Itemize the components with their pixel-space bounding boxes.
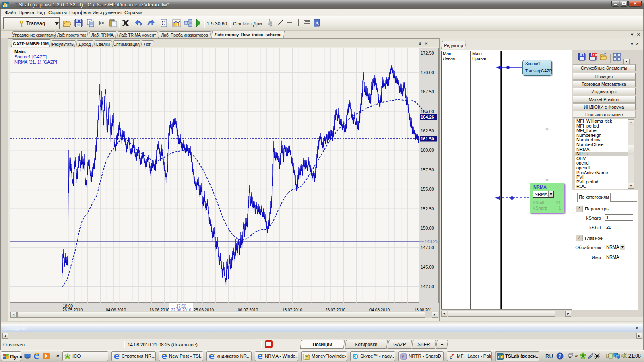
- svg-text:152.50: 152.50: [421, 206, 434, 211]
- svg-text:155.00: 155.00: [421, 187, 434, 191]
- svg-text:Левая: Левая: [443, 56, 455, 61]
- svg-text:142.50: 142.50: [421, 284, 434, 289]
- svg-text:A: A: [315, 20, 319, 26]
- svg-text:145.00: 145.00: [421, 265, 434, 269]
- svg-text:?: ?: [559, 354, 561, 359]
- svg-text:164.26: 164.26: [421, 115, 434, 119]
- svg-text:160.00: 160.00: [421, 148, 434, 152]
- svg-text:Main:: Main:: [443, 51, 454, 56]
- svg-text:161.50: 161.50: [421, 136, 434, 141]
- svg-text:S: S: [354, 354, 357, 359]
- svg-text:150.00: 150.00: [421, 226, 434, 230]
- svg-text:#: #: [402, 354, 404, 359]
- svg-text:Main:: Main:: [14, 49, 26, 54]
- svg-text:Source1 [GAZP]: Source1 [GAZP]: [14, 54, 47, 59]
- svg-text:NRMA (21, 1) [GAZP]: NRMA (21, 1) [GAZP]: [14, 60, 57, 64]
- svg-text:167.50: 167.50: [421, 89, 434, 94]
- svg-text:157.50: 157.50: [421, 167, 434, 172]
- svg-text:172.50: 172.50: [421, 51, 434, 56]
- svg-text:165.00: 165.00: [421, 109, 434, 114]
- svg-text:147.50: 147.50: [421, 245, 434, 250]
- svg-text:Main:: Main:: [472, 51, 483, 56]
- svg-text:162.50: 162.50: [421, 128, 434, 133]
- svg-text:148.25: 148.25: [425, 239, 438, 244]
- svg-text:✂: ✂: [98, 19, 105, 27]
- svg-text:Правая: Правая: [472, 56, 487, 61]
- svg-text:AS: AS: [592, 53, 597, 57]
- svg-text:170.00: 170.00: [421, 70, 434, 75]
